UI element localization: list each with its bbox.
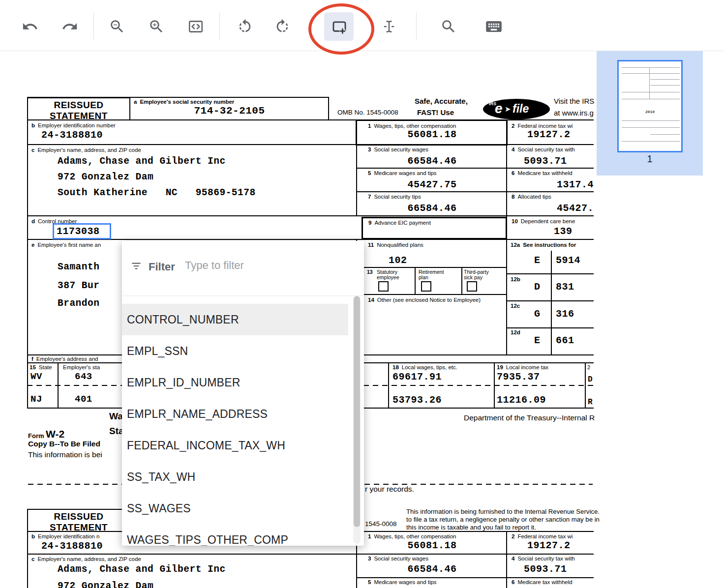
local-tax-1: 7935.37: [497, 371, 540, 382]
form-line: [357, 168, 594, 169]
form-line: [507, 300, 594, 301]
fit-width-button[interactable]: [184, 15, 207, 38]
w2-ss-tips-value: 66584.46: [358, 203, 507, 214]
page-thumbnail-panel: 2010 1: [597, 51, 703, 176]
copy-b-text: Copy B--To Be Filed: [28, 440, 100, 448]
form-line: [357, 267, 507, 268]
employee-name: Samanth: [58, 262, 99, 272]
box-b-label: bEmployer identification number: [31, 122, 116, 128]
text-cursor-button[interactable]: [378, 15, 400, 38]
box-14-label: 14Other (see enclosed Notice to Employee…: [368, 297, 481, 303]
form-line: [27, 532, 28, 588]
omb-fragment: 1545-0008: [365, 520, 397, 528]
box-20-label-fragment: 2: [587, 364, 590, 370]
filter-header: Filter: [122, 241, 364, 295]
w2-12b-code: D: [534, 281, 541, 293]
keyboard-icon: [484, 17, 503, 36]
box-2-label-2: 2Federal income tax wi: [512, 533, 573, 539]
option-control-number[interactable]: CONTROL_NUMBER: [122, 304, 348, 335]
search-button[interactable]: [437, 15, 460, 38]
retirement-label-2: plan: [419, 274, 428, 280]
box-c-label-2: cEmployer's name, address, and ZIP code: [31, 556, 141, 562]
option-federal-income-tax-wh[interactable]: FEDERAL_INCOME_TAX_WH: [122, 430, 348, 461]
undo-button[interactable]: [19, 15, 41, 38]
form-line: [27, 554, 594, 555]
option-ss-tax-wh[interactable]: SS_TAX_WH: [122, 461, 348, 493]
w2-wages-value-2: 56081.18: [358, 540, 507, 551]
filter-input[interactable]: [184, 259, 329, 272]
zoom-in-button[interactable]: [145, 15, 168, 38]
thirdparty-sickpay-checkbox: [467, 281, 477, 292]
thumb-line: [650, 85, 680, 86]
box-11-label: 11Nonqualified plans: [368, 242, 423, 248]
toolbar: [0, 0, 724, 51]
w2-fed-tax-value: 19127.2: [527, 129, 571, 140]
control-number-selection-box[interactable]: [53, 223, 111, 239]
furnish-line-1: This information is being furnished to t…: [406, 508, 600, 515]
furnish-line-3: this income is taxable and you fail to r…: [406, 524, 536, 531]
rotate-left-button[interactable]: [234, 15, 256, 38]
employer-street: 972 Gonzalez Dam: [58, 172, 153, 182]
w2-ss-wages-value: 66584.46: [358, 155, 507, 167]
thumbnail-page-number: 1: [597, 153, 703, 165]
visit-irs-url: at www.irs.g: [554, 109, 594, 117]
w2-ss-tax-value-2: 5093.71: [524, 563, 567, 575]
records-fragment: r your records.: [365, 485, 414, 494]
form-line: [27, 215, 594, 216]
box-a-label: aEmployee's social security number: [134, 99, 234, 105]
option-wages-tips-other-comp[interactable]: WAGES_TIPS_OTHER_COMP: [122, 524, 348, 546]
furnish-line-2: to file a tax return, a negligence penal…: [406, 516, 600, 523]
fit-width-icon: [187, 18, 204, 35]
local-wages-2: 53793.26: [392, 394, 442, 406]
thumb-line: [622, 141, 680, 142]
box-7-label: 7Social security tips: [368, 194, 421, 200]
redo-button[interactable]: [59, 15, 81, 38]
keyboard-button[interactable]: [483, 15, 505, 38]
page-thumbnail[interactable]: 2010: [617, 60, 683, 152]
w2-allocated-tips-value: 45427.: [541, 203, 594, 214]
box-13-number: 13: [367, 269, 373, 275]
filter-label: Filter: [149, 261, 175, 273]
field-filter-dropdown: Filter CONTROL_NUMBER EMPL_SSN EMPLR_ID_…: [122, 241, 364, 546]
w2-12a-code: E: [534, 255, 541, 266]
form-line: [27, 97, 28, 409]
info-fragment: This information is bei: [28, 450, 102, 459]
option-emplr-id-number[interactable]: EMPLR_ID_NUMBER: [122, 367, 348, 398]
statutory-label-2: employee: [377, 274, 399, 280]
thumb-line: [622, 99, 680, 99]
option-empl-ssn[interactable]: EMPL_SSN: [122, 335, 348, 367]
w2-nonqualified-value: 102: [389, 255, 407, 266]
employer-name: Adams, Chase and Gilbert Inc: [58, 156, 226, 167]
option-emplr-name-address[interactable]: EMPLR_NAME_ADDRESS: [122, 398, 348, 430]
box-12b-label: 12b: [511, 276, 523, 282]
box-12d-label: 12d: [511, 329, 523, 335]
box-f-label: fEmployee's address and: [31, 356, 98, 362]
box-4-label-2: 4Social security tax with: [512, 556, 575, 561]
form-line: [585, 362, 586, 408]
toolbar-separator: [93, 12, 94, 40]
rotate-left-icon: [237, 18, 253, 35]
visit-irs-text: Visit the IRS: [554, 97, 594, 105]
thumb-line: [622, 92, 680, 92]
thumb-line: [622, 127, 680, 128]
undo-icon: [22, 18, 38, 35]
local-wages-1: 69617.91: [392, 371, 442, 382]
w2-ssn-value: 714-32-2105: [130, 105, 329, 117]
rotate-right-button[interactable]: [271, 15, 294, 38]
form-line: [357, 294, 507, 295]
wage-statement-fragment-1: Wa: [109, 411, 123, 422]
zoom-out-button[interactable]: [106, 15, 128, 38]
employee-city: Brandon: [58, 298, 99, 309]
add-region-button[interactable]: [328, 15, 351, 38]
w2-12c-value: 316: [556, 308, 574, 320]
option-ss-wages[interactable]: SS_WAGES: [122, 493, 348, 524]
dropdown-scrollbar-thumb[interactable]: [354, 296, 360, 527]
thumb-year: 2010: [619, 110, 681, 114]
local-tax-2: 11216.09: [497, 394, 546, 406]
state-1: WV: [30, 371, 42, 382]
reissued-line1: REISSUED: [28, 511, 129, 522]
zoom-out-icon: [109, 18, 125, 35]
zoom-in-icon: [148, 18, 165, 35]
w2-ein-value-2: 24-3188810: [41, 540, 103, 552]
text-cursor-icon: [381, 18, 397, 35]
